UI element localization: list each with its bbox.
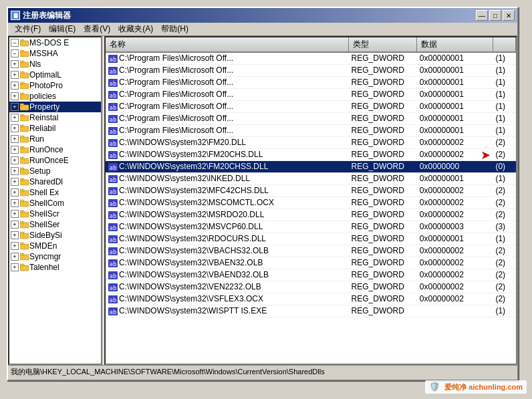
expand-icon[interactable]: + xyxy=(11,146,19,154)
tree-item[interactable]: −MSSHA xyxy=(9,48,101,59)
registry-entry-icon: ab xyxy=(108,67,118,75)
table-row[interactable]: abC:\WINDOWS\system32\MSRDO20.DLLREG_DWO… xyxy=(106,209,516,221)
tree-item[interactable]: +OptimalL xyxy=(9,70,101,80)
table-row[interactable]: abC:\Program Files\Microsoft Off...REG_D… xyxy=(106,112,516,124)
tree-item[interactable]: +SMDEn xyxy=(9,241,101,251)
svg-text:ab: ab xyxy=(110,56,117,63)
tree-item[interactable]: +Reliabil xyxy=(9,123,101,134)
svg-rect-37 xyxy=(20,232,24,234)
expand-icon[interactable]: + xyxy=(11,221,19,229)
expand-icon[interactable]: + xyxy=(11,156,19,164)
tree-item[interactable]: +Talenhel xyxy=(9,262,101,273)
tree-item[interactable]: +ShellSer xyxy=(9,219,101,230)
expand-icon[interactable]: + xyxy=(11,199,19,207)
cell-name: abC:\Program Files\Microsoft Off... xyxy=(106,76,349,88)
tree-item[interactable]: +SideBySi xyxy=(9,230,101,241)
collapse-icon[interactable]: − xyxy=(11,39,19,47)
app-icon: 📋 xyxy=(11,11,20,20)
menu-edit[interactable]: 编辑(E) xyxy=(45,22,80,36)
close-button[interactable]: ✕ xyxy=(503,10,515,21)
expand-icon[interactable]: + xyxy=(11,210,19,218)
tree-item[interactable]: +RunOnce xyxy=(9,144,101,155)
tree-item[interactable]: +Nls xyxy=(9,59,101,70)
tree-item[interactable]: +ShellCom xyxy=(9,198,101,209)
table-row[interactable]: abC:\WINDOWS\system32\MSCOMCTL.OCXREG_DW… xyxy=(106,196,516,209)
table-row[interactable]: abC:\Program Files\Microsoft Off...REG_D… xyxy=(106,88,516,100)
expand-icon[interactable]: + xyxy=(11,167,19,175)
tree-item[interactable]: +Setup xyxy=(9,166,101,176)
table-row[interactable]: abC:\WINDOWS\system32\INKED.DLLREG_DWORD… xyxy=(106,172,516,184)
tree-item[interactable]: +Reinstal xyxy=(9,112,101,123)
tree-item[interactable]: +Run xyxy=(9,134,101,144)
expand-icon[interactable]: + xyxy=(11,114,19,122)
expand-icon[interactable]: + xyxy=(11,71,19,79)
tree-item[interactable]: +Shell Ex xyxy=(9,187,101,198)
title-bar: 📋 注册表编辑器 — □ ✕ xyxy=(8,8,517,23)
minimize-button[interactable]: — xyxy=(476,10,488,21)
expand-icon[interactable]: + xyxy=(11,242,19,250)
expand-icon[interactable]: + xyxy=(11,178,19,186)
table-row[interactable]: abC:\Program Files\Microsoft Off...REG_D… xyxy=(106,52,516,64)
tree-item[interactable]: −MS-DOS E xyxy=(9,37,101,48)
table-row[interactable]: abC:\WINDOWS\system32\VBACHS32.OLBREG_DW… xyxy=(106,245,516,257)
expand-icon[interactable]: + xyxy=(11,231,19,239)
table-row[interactable]: abC:\WINDOWS\system32\WISPTT IS.EXEREG_D… xyxy=(106,305,516,317)
col-header-name[interactable]: 名称 xyxy=(106,37,349,52)
table-row[interactable]: abC:\WINDOWS\system32\VEN2232.OLBREG_DWO… xyxy=(106,281,516,293)
expand-icon[interactable]: + xyxy=(11,82,19,90)
table-row[interactable]: abC:\WINDOWS\system32\FM20CHS.DLLREG_DWO… xyxy=(106,148,516,160)
cell-type: REG_DWORD xyxy=(349,269,417,281)
tree-item[interactable]: +PhotoPro xyxy=(9,80,101,91)
menu-file[interactable]: 文件(F) xyxy=(11,22,45,36)
col-header-data[interactable]: 数据 xyxy=(417,37,493,52)
menu-help[interactable]: 帮助(H) xyxy=(157,22,192,36)
tree-item[interactable]: +policies xyxy=(9,91,101,102)
table-row[interactable]: abC:\WINDOWS\system32\VBAEN32.OLBREG_DWO… xyxy=(106,257,516,269)
tree-item[interactable]: +ShellScr xyxy=(9,209,101,219)
cell-data xyxy=(417,305,493,317)
table-row[interactable]: abC:\WINDOWS\system32\VSFLEX3.OCXREG_DWO… xyxy=(106,293,516,305)
col-header-type[interactable]: 类型 xyxy=(349,37,417,52)
table-row[interactable]: abC:\WINDOWS\system32\FM20.DLLREG_DWORD0… xyxy=(106,136,516,148)
collapse-icon[interactable]: − xyxy=(11,49,19,57)
expand-icon[interactable]: + xyxy=(11,103,19,111)
data-panel[interactable]: 名称 类型 数据 abC:\Program Files\Microsoft Of… xyxy=(104,36,517,365)
tree-item[interactable]: +SharedDl xyxy=(9,176,101,187)
tree-item[interactable]: +Property xyxy=(9,102,101,112)
table-row[interactable]: abC:\Program Files\Microsoft Off...REG_D… xyxy=(106,124,516,136)
cell-extra: (1) xyxy=(493,64,515,76)
tree-item[interactable]: +Syncmgr xyxy=(9,251,101,262)
table-row[interactable]: abC:\Program Files\Microsoft Off...REG_D… xyxy=(106,64,516,76)
table-row[interactable]: abC:\WINDOWS\system32\MFC42CHS.DLLREG_DW… xyxy=(106,184,516,196)
col-header-extra xyxy=(493,37,515,52)
expand-icon[interactable]: + xyxy=(11,92,19,100)
table-row[interactable]: abC:\Program Files\Microsoft Off...REG_D… xyxy=(106,100,516,112)
expand-icon[interactable]: + xyxy=(11,253,19,261)
table-row[interactable]: abC:\WINDOWS\system32\MSVCP60.DLLREG_DWO… xyxy=(106,221,516,233)
tree-item[interactable]: +RunOnceE xyxy=(9,155,101,166)
expand-icon[interactable]: + xyxy=(11,263,19,271)
menu-view[interactable]: 查看(V) xyxy=(80,22,114,36)
folder-icon xyxy=(20,135,29,143)
menu-bar: 文件(F) 编辑(E) 查看(V) 收藏夹(A) 帮助(H) xyxy=(8,23,517,36)
expand-icon[interactable]: + xyxy=(11,188,19,196)
tree-panel[interactable]: −MS-DOS E−MSSHA+Nls+OptimalL+PhotoPro+po… xyxy=(8,36,102,365)
table-row[interactable]: abC:\WINDOWS\system32\FM20CHSS.DLLREG_DW… xyxy=(106,160,516,172)
table-row[interactable]: abC:\Program Files\Microsoft Off...REG_D… xyxy=(106,76,516,88)
svg-rect-1 xyxy=(20,39,24,41)
registry-entry-icon: ab xyxy=(108,283,118,291)
expand-icon[interactable]: + xyxy=(11,60,19,68)
cell-name: abC:\WINDOWS\system32\MSVCP60.DLL xyxy=(106,221,349,233)
expand-icon[interactable]: + xyxy=(11,124,19,132)
menu-favorites[interactable]: 收藏夹(A) xyxy=(114,22,157,36)
table-row[interactable]: abC:\WINDOWS\system32\VBAEND32.OLBREG_DW… xyxy=(106,269,516,281)
expand-icon[interactable]: + xyxy=(11,135,19,143)
table-row[interactable]: abC:\WINDOWS\system32\RDOCURS.DLLREG_DWO… xyxy=(106,233,516,245)
folder-icon xyxy=(20,178,29,186)
maximize-button[interactable]: □ xyxy=(489,10,501,21)
cell-name-text: C:\WINDOWS\system32\MSVCP60.DLL xyxy=(119,222,263,231)
cell-data: 0x00000002 xyxy=(417,245,493,257)
cell-extra: (2) xyxy=(493,293,515,305)
cell-data: 0x00000002 xyxy=(417,209,493,221)
cell-extra: (2) xyxy=(493,148,515,160)
